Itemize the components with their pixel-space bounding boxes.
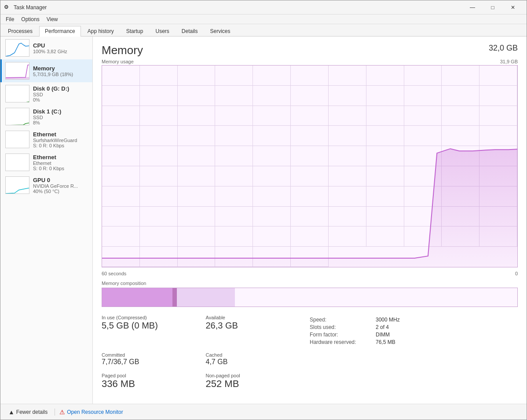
chart-label-row: Memory usage 31,9 GB <box>102 59 518 64</box>
composition-bar <box>102 288 518 307</box>
memory-sub: 5,7/31,9 GB (18%) <box>33 72 89 77</box>
nonpaged-label: Non-paged pool <box>206 373 310 378</box>
ethernet1-thumb <box>5 131 29 148</box>
open-resource-monitor-label: Open Resource Monitor <box>67 409 123 415</box>
ethernet1-sub1: SurfsharkWireGuard <box>33 138 89 143</box>
form-row: Form factor: DIMM <box>310 332 414 338</box>
slots-value: 2 of 4 <box>376 324 389 330</box>
empty-stat <box>414 313 518 347</box>
tab-users[interactable]: Users <box>150 26 175 36</box>
empty-col4 <box>414 371 518 391</box>
total-memory-value: 32,0 GB <box>489 44 518 53</box>
tab-processes[interactable]: Processes <box>2 26 38 36</box>
tab-startup[interactable]: Startup <box>121 26 149 36</box>
ethernet1-label: Ethernet <box>33 131 89 138</box>
menu-view[interactable]: View <box>43 15 62 23</box>
svg-rect-6 <box>6 154 29 171</box>
committed-label: Committed <box>102 352 206 358</box>
sidebar-item-ethernet2[interactable]: Ethernet Ethernet S: 0 R: 0 Kbps <box>0 151 92 174</box>
disk0-thumb <box>5 85 29 102</box>
tab-performance[interactable]: Performance <box>39 26 81 37</box>
memory-info: Memory 5,7/31,9 GB (18%) <box>33 65 89 77</box>
menu-file[interactable]: File <box>2 15 18 23</box>
close-button[interactable]: ✕ <box>503 0 523 15</box>
memory-label: Memory <box>33 65 89 72</box>
standby-segment <box>177 288 235 307</box>
disk1-info: Disk 1 (C:) SSD 8% <box>33 108 89 125</box>
paged-value: 336 MB <box>102 378 206 390</box>
chart-time-left: 60 seconds <box>102 271 126 276</box>
disk0-info: Disk 0 (G: D:) SSD 0% <box>33 85 89 102</box>
disk1-sub1: SSD <box>33 115 89 120</box>
disk0-sub1: SSD <box>33 92 89 97</box>
nonpaged-stat: Non-paged pool 252 MB <box>206 371 310 391</box>
sidebar-item-disk1[interactable]: Disk 1 (C:) SSD 8% <box>0 105 92 128</box>
committed-stat: Committed 7,7/36,7 GB <box>102 351 206 368</box>
fewer-details-label: Fewer details <box>16 409 48 415</box>
tabs-bar: Processes Performance App history Startu… <box>0 24 527 37</box>
cached-value: 4,7 GB <box>206 358 310 366</box>
form-label: Form factor: <box>310 332 376 338</box>
svg-rect-0 <box>6 40 29 57</box>
gpu0-info: GPU 0 NVIDIA GeForce R... 40% (50 °C) <box>33 177 89 194</box>
available-label: Available <box>206 315 310 320</box>
paged-label: Paged pool <box>102 373 206 378</box>
specs-block: Speed: 3000 MHz Slots used: 2 of 4 Form … <box>310 315 414 345</box>
memory-chart <box>102 65 518 267</box>
ethernet2-thumb <box>5 153 29 171</box>
empty-col2 <box>414 351 518 368</box>
empty-col3 <box>310 371 414 391</box>
sidebar-item-gpu0[interactable]: GPU 0 NVIDIA GeForce R... 40% (50 °C) <box>0 174 92 197</box>
footer-separator <box>55 409 55 416</box>
stats-row2: Committed 7,7/36,7 GB Cached 4,7 GB <box>102 351 518 368</box>
ethernet1-info: Ethernet SurfsharkWireGuard S: 0 R: 0 Kb… <box>33 131 89 148</box>
available-value: 26,3 GB <box>206 320 310 331</box>
speed-stat: Speed: 3000 MHz Slots used: 2 of 4 Form … <box>310 313 414 347</box>
stats-grid: In use (Compressed) 5,5 GB (0 MB) Availa… <box>102 313 518 347</box>
empty-col <box>310 351 414 368</box>
cpu-thumb <box>5 39 29 57</box>
disk1-sub2: 8% <box>33 120 89 125</box>
menu-options[interactable]: Options <box>18 15 43 23</box>
sidebar-item-memory[interactable]: Memory 5,7/31,9 GB (18%) <box>0 59 92 82</box>
gpu0-label: GPU 0 <box>33 177 89 183</box>
tab-app-history[interactable]: App history <box>82 26 120 36</box>
cpu-label: CPU <box>33 42 89 49</box>
gpu0-thumb <box>5 176 29 194</box>
in-use-label: In use (Compressed) <box>102 315 206 320</box>
composition-label: Memory composition <box>102 281 518 286</box>
ethernet2-info: Ethernet Ethernet S: 0 R: 0 Kbps <box>33 154 89 171</box>
svg-marker-8 <box>102 149 517 267</box>
tab-services[interactable]: Services <box>205 26 236 36</box>
memory-thumb <box>5 62 29 80</box>
speed-row: Speed: 3000 MHz <box>310 317 414 323</box>
svg-rect-5 <box>6 131 29 148</box>
fewer-details-button[interactable]: ▲ Fewer details <box>6 407 50 417</box>
disk1-label: Disk 1 (C:) <box>33 108 89 115</box>
available-stat: Available 26,3 GB <box>206 313 310 347</box>
menu-bar: File Options View <box>0 15 527 24</box>
content-header: Memory 32,0 GB <box>102 44 518 57</box>
svg-rect-7 <box>6 177 29 194</box>
minimize-button[interactable]: — <box>462 0 483 15</box>
task-manager-window: ⚙ Task Manager — □ ✕ File Options View P… <box>0 0 527 420</box>
sidebar-item-cpu[interactable]: CPU 100% 3,82 GHz <box>0 37 92 59</box>
sidebar-item-ethernet1[interactable]: Ethernet SurfsharkWireGuard S: 0 R: 0 Kb… <box>0 128 92 151</box>
committed-value: 7,7/36,7 GB <box>102 358 206 366</box>
in-use-segment <box>102 288 172 307</box>
stats-row3: Paged pool 336 MB Non-paged pool 252 MB <box>102 371 518 391</box>
footer-bar: ▲ Fewer details ⚠ Open Resource Monitor <box>0 404 527 420</box>
page-title: Memory <box>102 44 143 57</box>
open-resource-monitor-button[interactable]: ⚠ Open Resource Monitor <box>59 409 123 416</box>
chart-time-row: 60 seconds 0 <box>102 271 518 276</box>
resource-monitor-icon: ⚠ <box>59 409 65 416</box>
in-use-value: 5,5 GB (0 MB) <box>102 320 206 331</box>
tab-details[interactable]: Details <box>176 26 204 36</box>
sidebar: CPU 100% 3,82 GHz Memory 5,7/31,9 GB (18… <box>0 37 93 404</box>
title-bar: ⚙ Task Manager — □ ✕ <box>0 0 527 15</box>
sidebar-item-disk0[interactable]: Disk 0 (G: D:) SSD 0% <box>0 82 92 105</box>
cached-label: Cached <box>206 352 310 358</box>
maximize-button[interactable]: □ <box>483 0 503 15</box>
cpu-info: CPU 100% 3,82 GHz <box>33 42 89 54</box>
fewer-details-icon: ▲ <box>8 409 15 416</box>
